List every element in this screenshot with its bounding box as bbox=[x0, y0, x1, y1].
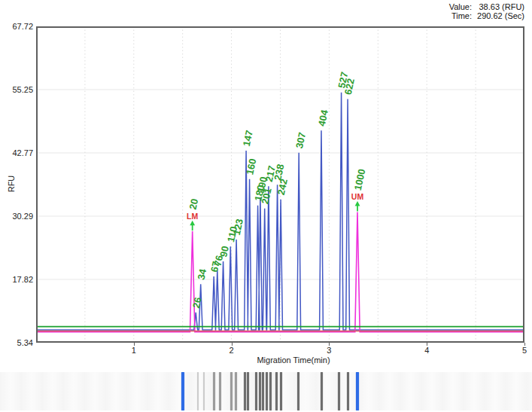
peak-size-label: 201 bbox=[259, 187, 273, 205]
gel-marker-band bbox=[181, 372, 184, 410]
marker-tag-label: UM bbox=[351, 192, 364, 201]
gel-band bbox=[247, 372, 249, 410]
marker-arrow-icon bbox=[355, 201, 360, 206]
peak-size-label: 622 bbox=[342, 78, 357, 96]
gel-band bbox=[269, 372, 272, 410]
x-tick-label: 3 bbox=[318, 346, 340, 355]
marker-tag-label: LM bbox=[187, 212, 198, 221]
gel-band bbox=[266, 372, 268, 410]
gel-band bbox=[347, 372, 349, 410]
y-tick-label: 67.72 bbox=[0, 21, 33, 32]
x-tick-label: 5 bbox=[513, 346, 532, 355]
x-tick-label: 1 bbox=[123, 346, 145, 355]
peak-size-label: 160 bbox=[244, 157, 258, 175]
peak-size-label: 147 bbox=[241, 129, 255, 147]
peak-size-label: 34 bbox=[195, 267, 208, 281]
y-tick-label: 17.82 bbox=[0, 274, 33, 285]
gel-band bbox=[235, 372, 237, 410]
peak-size-label: 307 bbox=[293, 131, 308, 149]
cursor-readout: Value: 38.63 (RFU) Time: 290.62 (Sec) bbox=[449, 2, 524, 20]
x-tick-label: 4 bbox=[415, 346, 438, 355]
x-axis-title: Migration Time(min) bbox=[45, 356, 532, 365]
x-tick-label: 2 bbox=[220, 346, 243, 355]
peak-size-label: 242 bbox=[275, 178, 290, 196]
gel-band bbox=[280, 372, 282, 410]
gel-band bbox=[203, 372, 205, 410]
gel-band bbox=[255, 372, 257, 410]
readout-time: 290.62 (Sec) bbox=[477, 11, 524, 20]
electropherogram-view: Value: 38.63 (RFU) Time: 290.62 (Sec) RF… bbox=[0, 0, 532, 412]
y-tick-label: 42.77 bbox=[0, 148, 33, 158]
gel-band bbox=[230, 372, 233, 410]
gel-band bbox=[262, 372, 264, 410]
marker-arrow-icon bbox=[190, 221, 195, 226]
marker-size-label: 1000 bbox=[352, 168, 368, 191]
gel-band bbox=[213, 372, 215, 410]
gel-band bbox=[197, 372, 199, 410]
electropherogram-plot[interactable]: 2634677690110123147160180190201217238242… bbox=[36, 26, 524, 343]
gel-band bbox=[219, 372, 221, 410]
peak-size-label: 404 bbox=[316, 108, 330, 127]
gel-band bbox=[338, 372, 340, 410]
gel-marker-band bbox=[356, 372, 359, 410]
y-axis-title: RFU bbox=[7, 169, 16, 199]
y-tick-label: 30.29 bbox=[0, 211, 33, 221]
readout-value-label: Value: bbox=[449, 2, 472, 11]
gel-band bbox=[275, 372, 278, 410]
peak-size-label: 26 bbox=[190, 296, 204, 309]
gel-band bbox=[259, 372, 261, 410]
peak-size-label: 90 bbox=[217, 245, 231, 258]
y-tick-label: 5.34 bbox=[0, 337, 33, 348]
peak-size-label: 123 bbox=[231, 218, 245, 236]
gel-view[interactable] bbox=[0, 372, 532, 410]
y-tick-label: 55.25 bbox=[0, 84, 33, 95]
readout-time-label: Time: bbox=[449, 11, 472, 20]
gel-band bbox=[321, 372, 323, 410]
gel-band bbox=[244, 372, 246, 410]
marker-size-label: 20 bbox=[187, 197, 200, 210]
gel-band bbox=[297, 372, 299, 410]
readout-value: 38.63 (RFU) bbox=[477, 2, 524, 11]
